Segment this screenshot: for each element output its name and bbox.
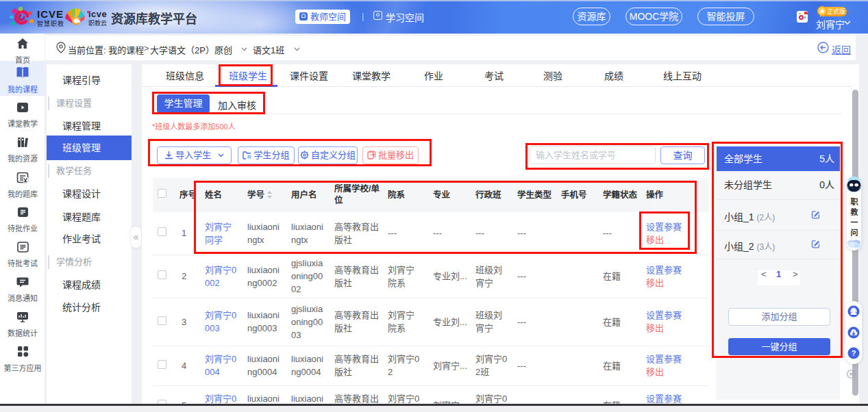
svg-text:?: ? bbox=[852, 349, 856, 357]
svg-text:R: R bbox=[247, 154, 251, 159]
